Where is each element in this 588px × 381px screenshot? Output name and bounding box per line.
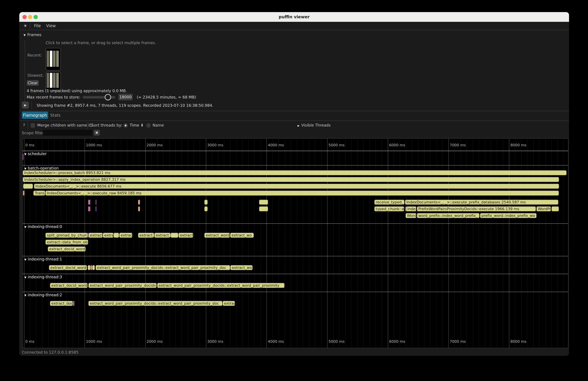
flamegraph-scope-bar[interactable] — [90, 265, 92, 270]
visible-threads-header[interactable]: ▶Visible Threads — [297, 123, 331, 127]
time-gridline — [321, 139, 321, 348]
flamegraph-scope-bar[interactable] — [204, 200, 208, 205]
thread-header-batch-operation[interactable]: ▼batch-operation — [24, 166, 59, 170]
flamegraph-canvas[interactable]: 0 ms0 ms1000 ms1000 ms2000 ms2000 ms3000… — [22, 138, 568, 348]
flamegraph-scope-bar[interactable]: extrac — [223, 301, 235, 306]
flamegraph-scope-bar[interactable]: extract_docid_word — [48, 247, 85, 252]
flamegraph-scope-bar[interactable] — [23, 191, 24, 195]
clear-frames-button[interactable]: Clear — [27, 80, 39, 86]
time-gridline — [169, 139, 170, 348]
merge-children-checkbox[interactable] — [31, 123, 35, 128]
flamegraph-scope-bar[interactable] — [23, 154, 23, 160]
flamegraph-scope-bar[interactable] — [138, 200, 140, 205]
flamegraph-scope-bar[interactable]: receive_typed_ — [374, 200, 404, 205]
recent-frames-thumbnail[interactable] — [46, 48, 61, 70]
top-time-tick-label: 0 ms — [25, 143, 34, 147]
thread-header-indexing-thread-2[interactable]: ▼indexing-thread:2 — [24, 293, 62, 297]
thread-header-scheduler[interactable]: ▼scheduler — [24, 151, 47, 156]
flamegraph-scope-bar[interactable]: extract_word_pair_proximity_docids::extr… — [96, 265, 230, 270]
flamegraph-scope-bar[interactable] — [89, 200, 90, 205]
scope-filter-input[interactable] — [43, 130, 92, 136]
flamegraph-scope-bar[interactable] — [405, 207, 406, 211]
play-pause-button[interactable]: ▶ — [22, 102, 29, 109]
time-gridline — [394, 139, 394, 348]
thread-separator-line — [23, 274, 568, 274]
flamegraph-scope-bar[interactable] — [552, 207, 559, 211]
clear-filter-button[interactable]: ✖ — [94, 130, 100, 136]
flamegraph-scope-bar[interactable]: IndexDocuments<_, _>::execute_prefix_dat… — [405, 200, 558, 205]
flamegraph-scope-bar[interactable]: WordPr — [536, 207, 551, 211]
flamegraph-scope-bar[interactable]: extract_word_pair_proximity_docids::extr… — [88, 301, 222, 306]
flamegraph-scope-bar[interactable] — [259, 200, 268, 205]
menu-item-view[interactable]: View — [46, 23, 56, 28]
flamegraph-scope-bar[interactable]: extra — [103, 233, 113, 238]
theme-toggle-icon[interactable]: ☀ — [23, 23, 27, 28]
frame-thumbnail-stripe — [53, 73, 56, 88]
flamegraph-scope-bar[interactable]: Word — [406, 213, 416, 218]
flamegraph-scope-bar[interactable]: IndexScheduler>::apply_index_operation 8… — [23, 177, 559, 182]
flamegraph-scope-bar[interactable]: typed_chunk::w — [374, 207, 404, 211]
flamegraph-scope-bar[interactable]: extract_wo — [230, 233, 254, 238]
thread-header-indexing-thread-3[interactable]: ▼indexing-thread:3 — [24, 275, 62, 279]
flamegraph-scope-bar[interactable] — [114, 233, 119, 238]
flamegraph-scope-bar[interactable] — [23, 184, 33, 189]
flamegraph-scope-bar[interactable]: extract_ — [138, 233, 154, 238]
bottom-time-tick-label: 4000 ms — [268, 339, 284, 344]
scope-bar-label: extract_wo — [230, 233, 254, 238]
flamegraph-scope-bar[interactable]: PrefixWordPairsProximityDocids::execute … — [417, 207, 536, 211]
flamegraph-scope-bar[interactable]: extract::data_from_ob — [45, 240, 88, 245]
flamegraph-scope-bar[interactable] — [171, 233, 178, 238]
flamegraph-scope-bar[interactable]: prefix_word::index_prefix_wo — [480, 213, 536, 218]
flamegraph-scope-bar[interactable]: extract_ — [154, 233, 170, 238]
flamegraph-scope-bar[interactable]: extract_doc — [50, 301, 73, 306]
sort-by-name-radio[interactable] — [146, 123, 151, 128]
flamegraph-scope-bar[interactable] — [73, 301, 74, 306]
frames-hint-text: Click to select a frame, or drag to sele… — [46, 41, 156, 45]
flamegraph-scope-bar[interactable] — [204, 207, 208, 211]
help-button[interactable]: ? — [23, 123, 25, 127]
flamegraph-scope-bar[interactable] — [88, 265, 90, 270]
flamegraph-scope-bar[interactable]: IndexDocuments<_, _>::execute 8656.677 m… — [34, 184, 559, 189]
time-gridline — [236, 139, 236, 348]
flamegraph-scope-bar[interactable]: Trans — [33, 191, 45, 195]
scope-bar-label: extract_ — [154, 233, 170, 238]
flamegraph-scope-bar[interactable] — [96, 207, 96, 211]
time-gridline — [303, 139, 303, 348]
tab-stats[interactable]: Stats — [49, 112, 62, 119]
flamegraph-scope-bar[interactable] — [89, 207, 90, 211]
slowest-frames-thumbnail[interactable] — [46, 72, 61, 90]
flamegraph-scope-bar[interactable]: split_grenad_by_chun — [45, 233, 87, 238]
flamegraph-scope-bar[interactable]: extract — [179, 233, 193, 238]
flamegraph-scope-bar[interactable]: word_prefix::index_word_prefix_ — [417, 213, 480, 218]
flamegraph-scope-bar[interactable]: extract_docid_word — [49, 265, 87, 270]
max-frames-slider-knob[interactable] — [105, 94, 111, 100]
flamegraph-scope-bar[interactable] — [259, 207, 268, 211]
flamegraph-scope-bar[interactable] — [96, 200, 96, 205]
bottom-time-tick-label: 5000 ms — [329, 339, 345, 344]
flamegraph-scope-bar[interactable]: extract_wo — [231, 265, 252, 270]
flamegraph-scope-bar[interactable]: index — [406, 207, 416, 211]
thread-separator-line — [23, 223, 568, 224]
flamegraph-scope-bar[interactable]: extract_word_pair_proximity_docids::extr… — [157, 283, 284, 288]
flamegraph-scope-bar[interactable]: IndexDocuments<_, _>::execute_raw 8459.1… — [45, 191, 559, 195]
menu-item-file[interactable]: File — [34, 23, 41, 28]
flamegraph-scope-bar[interactable]: extract — [89, 233, 103, 238]
flamegraph-scope-bar[interactable] — [92, 265, 95, 270]
flamegraph-scope-bar[interactable]: extract_word — [204, 233, 230, 238]
flamegraph-scope-bar[interactable]: IndexScheduler>::process_batch 8953.821 … — [23, 170, 567, 175]
max-frames-value[interactable]: 18000 — [118, 94, 133, 100]
flamegraph-scope-bar[interactable]: extract_word_pair_proximity_docids — [88, 283, 157, 288]
frames-section-header[interactable]: ▼Frames — [23, 33, 42, 37]
time-gridline — [315, 139, 315, 348]
flamegraph-scope-bar[interactable] — [87, 233, 88, 238]
time-gridline — [545, 139, 546, 348]
sort-direction-arrow-icon[interactable]: ⬇ — [141, 123, 144, 127]
flamegraph-scope-bar[interactable]: extract_docid_word — [50, 283, 88, 288]
thread-header-indexing-thread-0[interactable]: ▼indexing-thread:0 — [24, 224, 62, 229]
tab-flamegraph[interactable]: Flamegraph — [22, 112, 48, 119]
sort-by-time-radio[interactable] — [123, 123, 128, 128]
flamegraph-scope-bar[interactable]: extrac — [119, 233, 132, 238]
time-gridline — [279, 139, 279, 348]
flamegraph-scope-bar[interactable] — [138, 207, 140, 211]
thread-header-indexing-thread-1[interactable]: ▼indexing-thread:1 — [24, 257, 62, 261]
